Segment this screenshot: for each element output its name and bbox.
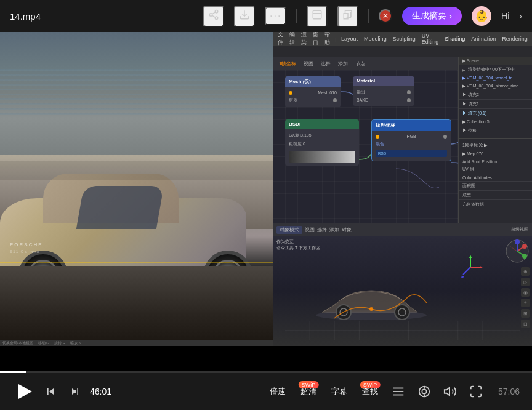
tab-layout[interactable]: Layout [339,35,360,42]
vp-add[interactable]: 添加 [329,227,339,233]
volume-button[interactable] [437,385,463,398]
tab-sculpting[interactable]: Sculpting [390,35,418,42]
vp-icon-6[interactable]: ⊟ [521,320,530,328]
nav-gizmo[interactable] [505,239,530,266]
vp-select[interactable]: 选择 [317,227,327,233]
download-button[interactable] [234,6,255,27]
vp-icon-1[interactable]: ⊕ [521,267,530,276]
tab-animation[interactable]: Animation [469,35,498,42]
rpanel-item-5[interactable]: ▶ 填充1 [459,100,532,109]
subtitle-button[interactable]: 字幕 [324,386,355,397]
tool-object-mode[interactable]: 1帧坐标 [276,60,299,68]
tool-node[interactable]: 节点 [353,60,368,68]
rpanel-item-4[interactable]: ▶ 填充2 [459,90,532,100]
tool-add[interactable]: 添加 [336,60,350,68]
rpanel-item-8[interactable]: ▶ 位移 [459,126,532,135]
svg-point-42 [422,389,426,393]
node-bsdf[interactable]: BSDF GX衰 3.135 粗糙度 0 [285,119,359,166]
vp-object[interactable]: 对象 [342,227,352,233]
node-shader-body: RGB 混合 RGB [372,131,451,161]
tab-modeling[interactable]: Modeling [361,35,389,42]
svg-point-27 [515,239,520,244]
rpanel-item-3[interactable]: ▶ VCM_08_304_simcor_rimr [459,82,532,90]
node-material[interactable]: Material 输出 BAKE [353,76,414,106]
bottom-controls: 46:01 倍速 SWiP 超清 字幕 SWiP 查找 [0,373,532,410]
viewport-mode[interactable]: 对象模式 [276,226,302,234]
tab-uv-editing[interactable]: UV Editing [419,32,441,46]
model-badge: 911 Carrera [10,249,39,254]
more-button[interactable]: ··· [265,7,286,25]
right-panel: ▶ Scene ▶ 渲染特效中4U0下一下中 ▶ VCM_08_304_whee… [458,57,532,223]
rpanel-item-6[interactable]: ▶ 填充 (0.1) [459,109,532,118]
vp-view[interactable]: 视图 [305,227,315,233]
svg-line-4 [212,12,216,14]
rgb-bar: RGB [376,150,447,157]
menu-render[interactable]: 渲染 [299,32,309,46]
tool-view[interactable]: 视图 [301,60,316,68]
svg-line-18 [463,267,470,275]
svg-point-0 [215,10,218,13]
rpanel-item-uv[interactable]: UV 组 [459,165,532,174]
svg-marker-19 [461,275,464,278]
close-x-button[interactable]: ✕ [379,9,392,23]
find-button[interactable]: SWiP 查找 [355,386,385,397]
rpanel-item-1[interactable]: ▶ 渲染特效中4U0下一下中 [459,65,532,74]
rpanel-item-custom-props[interactable]: 成型 [459,191,532,200]
socket-mesh-out [289,91,292,95]
rpanel-item-2[interactable]: ▶ VCM_08_304_wheel_tr [459,74,532,82]
video-area: PORSCHE 911 Carrera EVERMOTION 切换全局/本地视图… [0,32,532,346]
share-button[interactable] [203,6,224,27]
node-shader-header: 纹理坐标 [372,120,451,131]
rpanel-item-color-attr[interactable]: Color Attributes [459,174,532,182]
generate-summary-button[interactable]: 生成摘要 › [402,7,462,25]
vp-icon-4[interactable]: ⌖ [521,299,530,307]
tab-shading[interactable]: Shading [442,35,467,42]
vp-info: 超级视图 [511,227,528,233]
viewport-scene[interactable]: 作为交互: 命令工具 T 下方工作区 [273,236,532,346]
socket-material-in [333,98,337,102]
viewport-toolbar: 对象模式 视图 选择 添加 对象 超级视图 [273,223,532,236]
rpanel-item-7[interactable]: ▶ Collection 5 [459,118,532,126]
subtitle-label: 字幕 [331,386,347,397]
fullscreen-button[interactable] [463,385,489,398]
divider-2 [368,9,369,23]
rpanel-item-10[interactable]: ▶ Mep.070 [459,150,532,158]
node-mesh-header: Mesh (仅) [285,76,341,87]
viewport-info-overlay: 作为交互: 命令工具 T 下方工作区 [276,239,320,251]
svg-line-3 [212,15,216,17]
episode-list-button[interactable] [385,385,411,398]
window-button[interactable] [307,6,328,27]
porsche-badge: PORSCHE [10,242,43,247]
tool-select[interactable]: 选择 [318,60,333,68]
svg-rect-6 [313,10,322,19]
rope-overlay [0,161,274,180]
rpanel-item-geom-data[interactable]: 几何体数据 [459,200,532,209]
hd-button[interactable]: SWiP 超清 [293,386,324,397]
cast-button[interactable] [411,385,437,398]
play-button[interactable] [12,379,38,404]
node-shader[interactable]: 纹理坐标 RGB 混合 RGB [371,119,451,161]
vp-icon-2[interactable]: ▷ [521,278,530,286]
avatar[interactable]: 👶 [472,6,491,26]
menu-edit[interactable]: 编辑 [287,32,297,46]
prev-button[interactable] [38,385,63,398]
rpanel-item-9[interactable]: 1帧坐标 X: ▶ [459,141,532,150]
node-mesh[interactable]: Mesh (仅) Mesh.010 材质 [285,76,341,107]
speed-button[interactable]: 倍速 [262,386,293,397]
menu-file[interactable]: 文件 [275,32,286,46]
menu-window[interactable]: 窗口 [310,32,321,46]
dropdown-arrow-icon[interactable]: › [519,11,522,21]
vp-icon-5[interactable]: ⊞ [521,309,530,318]
close-x-icon: ✕ [382,12,389,20]
vp-icon-3[interactable]: ◉ [521,288,530,297]
crop-button[interactable] [337,6,358,27]
play-icon [18,384,32,399]
next-button[interactable] [63,385,87,398]
node-bsdf-header: BSDF [285,119,359,129]
tab-rendering[interactable]: Rendering [499,35,530,42]
menu-help[interactable]: 帮助 [322,32,332,46]
hi-label[interactable]: Hi [501,11,509,21]
trajectory-line [334,284,427,321]
rpanel-item-face-maps[interactable]: 面积图 [459,182,532,191]
chevron-right-icon: › [449,11,452,21]
